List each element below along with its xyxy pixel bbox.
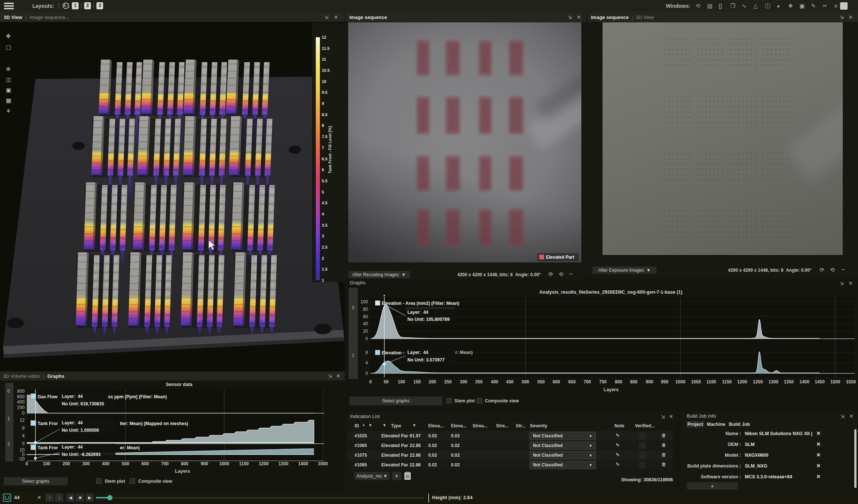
svg-text:0: 0 <box>22 411 25 416</box>
svg-text:-10: -10 <box>18 456 25 462</box>
svg-text:20: 20 <box>363 329 368 334</box>
svg-text:1500: 1500 <box>318 461 328 466</box>
svg-text:1150: 1150 <box>722 379 732 385</box>
svg-text:1400: 1400 <box>298 461 308 466</box>
svg-text:60: 60 <box>363 314 368 319</box>
svg-text:80: 80 <box>363 307 368 312</box>
svg-text:200: 200 <box>17 405 25 410</box>
svg-text:1100: 1100 <box>706 379 716 385</box>
svg-text:300: 300 <box>82 461 90 466</box>
svg-text:600: 600 <box>142 461 149 466</box>
svg-text:200: 200 <box>429 379 436 385</box>
svg-text:400: 400 <box>491 379 498 385</box>
svg-text:8: 8 <box>365 350 368 355</box>
svg-text:800: 800 <box>615 379 622 385</box>
svg-text:800: 800 <box>181 461 188 466</box>
svg-text:1350: 1350 <box>784 379 794 385</box>
svg-text:100: 100 <box>43 461 50 466</box>
svg-text:100: 100 <box>360 299 368 304</box>
svg-text:900: 900 <box>646 379 653 385</box>
svg-text:1500: 1500 <box>830 379 840 385</box>
svg-text:1450: 1450 <box>815 379 825 385</box>
svg-text:800: 800 <box>17 389 25 394</box>
svg-text:Layers: Layers <box>604 387 619 392</box>
svg-text:40: 40 <box>363 321 368 326</box>
svg-text:50: 50 <box>384 379 389 385</box>
svg-text:200: 200 <box>63 461 70 466</box>
svg-text:500: 500 <box>122 461 129 466</box>
svg-text:100: 100 <box>398 379 405 385</box>
svg-text:1000: 1000 <box>676 379 686 385</box>
svg-text:700: 700 <box>161 461 169 466</box>
svg-text:Layers: Layers <box>175 469 190 474</box>
svg-text:150: 150 <box>413 379 421 385</box>
svg-text:1250: 1250 <box>753 379 763 385</box>
svg-text:600: 600 <box>17 394 25 399</box>
svg-text:▲: ▲ <box>383 293 386 297</box>
svg-text:1200: 1200 <box>259 461 269 466</box>
svg-text:650: 650 <box>568 379 576 385</box>
svg-text:1050: 1050 <box>691 379 701 385</box>
svg-text:750: 750 <box>599 379 607 385</box>
svg-text:450: 450 <box>506 379 514 385</box>
svg-text:900: 900 <box>201 461 208 466</box>
svg-text:0: 0 <box>365 336 368 341</box>
svg-text:0: 0 <box>26 461 28 466</box>
svg-text:1550: 1550 <box>846 379 856 385</box>
svg-text:1300: 1300 <box>279 461 289 466</box>
svg-text:0: 0 <box>22 441 25 446</box>
svg-text:1400: 1400 <box>800 379 810 385</box>
svg-text:250: 250 <box>444 379 452 385</box>
svg-text:600: 600 <box>553 379 560 385</box>
svg-text:500: 500 <box>522 379 529 385</box>
svg-text:850: 850 <box>630 379 638 385</box>
svg-text:8: 8 <box>22 425 25 431</box>
svg-text:4: 4 <box>22 433 25 438</box>
svg-text:550: 550 <box>537 379 545 385</box>
svg-text:400: 400 <box>17 399 25 405</box>
svg-text:300: 300 <box>460 379 467 385</box>
svg-text:1300: 1300 <box>769 379 779 385</box>
svg-text:4: 4 <box>365 360 368 366</box>
svg-text:1200: 1200 <box>737 379 747 385</box>
svg-text:1100: 1100 <box>239 461 249 466</box>
svg-text:700: 700 <box>584 379 591 385</box>
svg-text:350: 350 <box>475 379 483 385</box>
svg-text:0: 0 <box>369 379 372 385</box>
svg-text:1000: 1000 <box>219 461 229 466</box>
svg-text:950: 950 <box>661 379 668 385</box>
svg-text:400: 400 <box>102 461 109 466</box>
svg-text:0: 0 <box>365 371 368 376</box>
svg-text:12: 12 <box>20 418 25 423</box>
